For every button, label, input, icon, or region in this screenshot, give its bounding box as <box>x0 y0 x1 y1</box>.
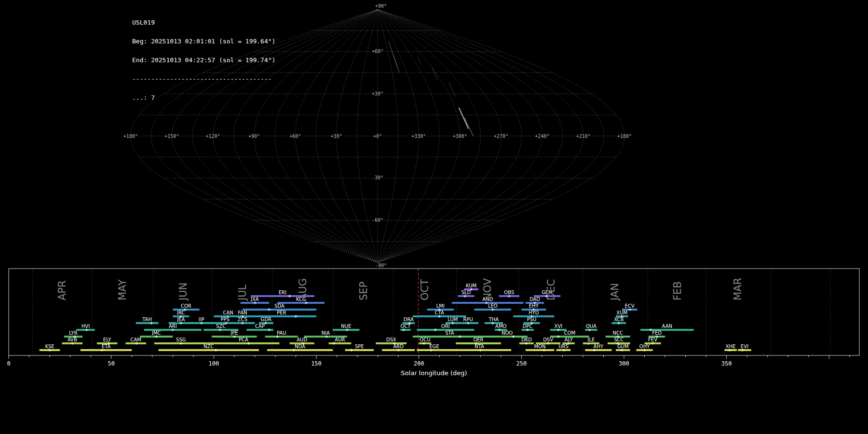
peak-marker-per <box>294 315 297 318</box>
shower-bar-per <box>246 315 316 317</box>
shower-bar-spe <box>345 349 374 351</box>
shower-bar-noo <box>487 336 528 338</box>
x-tick-label: 100 <box>208 360 219 367</box>
shower-label-spe: SPE <box>355 344 364 349</box>
shower-bars: KSEETANZCNDASPEARDEGENTAMONURSAHYGUMOHYX… <box>40 283 751 352</box>
shower-label-ncc: NCC <box>613 330 623 336</box>
shower-label-dad: DAD <box>529 297 540 302</box>
lon-label: +180° <box>617 134 632 139</box>
shower-label-ori: ORI <box>441 324 450 329</box>
shower-label-scc: SCC <box>614 337 624 342</box>
shower-label-obs: OBS <box>504 290 514 295</box>
peak-marker-com <box>557 335 560 338</box>
lon-label: +60° <box>289 134 301 139</box>
shower-label-dsx: DSX <box>386 337 396 342</box>
shower-label-ocu: OCU <box>420 337 430 342</box>
shower-bar-pau <box>265 336 298 338</box>
shower-label-xum: XUM <box>616 310 627 315</box>
shower-label-leo: LEO <box>488 303 498 309</box>
shower-label-kse: KSE <box>45 344 54 349</box>
shower-bar-ahy <box>585 349 611 351</box>
shower-bar-nzc <box>158 349 258 351</box>
meteor-trail <box>418 57 421 65</box>
shower-label-eri: ERI <box>279 290 286 295</box>
shower-label-kum: KUM <box>466 283 476 288</box>
shower-label-oer: OER <box>473 337 483 342</box>
shower-label-cap: CAP <box>255 324 265 329</box>
x-tick-label: 300 <box>619 360 629 367</box>
shower-bar-ori <box>417 329 474 331</box>
shower-bar-mon <box>526 349 555 351</box>
lat-label: -60° <box>372 217 383 223</box>
shower-label-dkd: DKD <box>521 337 532 342</box>
shower-label-can: CAN <box>223 310 233 315</box>
shower-label-ahy: AHY <box>594 344 604 349</box>
month-label-mar: MAR <box>732 278 744 300</box>
month-label-jul: JUL <box>237 284 248 301</box>
shower-label-sld: SLD <box>461 290 471 295</box>
shower-bar-dsx <box>376 342 407 344</box>
shower-label-szc: SZC <box>216 324 226 329</box>
shower-label-hvi: HVI <box>81 324 90 329</box>
x-tick-label: 250 <box>516 360 527 367</box>
lon-label: +270° <box>494 134 508 139</box>
month-label-feb: FEB <box>672 281 683 300</box>
shower-label-com: COM <box>564 330 575 336</box>
shower-label-iip: IIP <box>199 317 204 322</box>
shower-label-nia: NIA <box>321 330 329 336</box>
meteor-trail <box>464 118 473 136</box>
shower-label-gdr: GDR <box>261 317 271 322</box>
peak-marker-cap <box>268 328 271 331</box>
meteor-trail <box>393 54 397 67</box>
shower-label-qua: QUA <box>586 324 597 329</box>
shower-label-evi: EVI <box>741 344 748 349</box>
south-pole-label: -90° <box>375 263 387 268</box>
lat-label: +60° <box>372 49 383 54</box>
shower-label-rpu: RPU <box>463 317 473 322</box>
shower-label-sda: SDA <box>274 303 285 309</box>
lon-label: +120° <box>206 134 220 139</box>
lon-label: +0° <box>373 134 382 139</box>
shower-label-cam: CAM <box>130 337 141 342</box>
shower-label-urs: URS <box>558 344 569 349</box>
shower-label-dra: DRA <box>404 317 414 322</box>
shower-bar-evi <box>738 349 751 351</box>
shower-label-pca: PCA <box>239 337 248 342</box>
shower-label-ohy: OHY <box>639 344 650 349</box>
shower-label-and: AND <box>482 297 493 302</box>
shower-bar-jle <box>583 342 599 344</box>
shower-label-jmc: JMC <box>151 330 161 336</box>
shower-label-aan: AAN <box>662 324 672 329</box>
shower-label-lyr: LYR <box>69 330 77 336</box>
meteor-radiant-and-timeline-plot: +180°+150°+120°+90°+60°+30°+0°+330°+300°… <box>0 0 868 434</box>
shower-bar-lyr <box>64 336 82 338</box>
shower-label-dsv: DSV <box>543 337 553 342</box>
peak-marker-sta <box>459 335 461 338</box>
shower-label-jxa: JXA <box>250 297 259 302</box>
x-tick-label: 150 <box>311 360 322 367</box>
meridian-line <box>337 10 378 263</box>
month-label-apr: APR <box>56 280 68 300</box>
shower-label-dpc: DPC <box>523 324 533 329</box>
shower-label-xvi: XVI <box>555 324 563 329</box>
shower-bar-kcg <box>277 302 325 304</box>
peak-marker-nzc <box>215 349 217 352</box>
shower-bar-aur <box>329 342 352 344</box>
shower-label-lum: LUM <box>448 317 458 322</box>
meteor-trail <box>459 108 468 128</box>
shower-label-eta: ETA <box>102 344 111 349</box>
shower-label-sta: STA <box>445 330 454 336</box>
shower-bar-ege <box>417 349 451 351</box>
shower-label-fan: FAN <box>238 310 247 315</box>
shower-label-gem: GEM <box>542 290 553 295</box>
lon-label: +240° <box>535 134 549 139</box>
timeline-axes: APRMAYJUNJULAUGSEPOCTNOVDECJANFEBMAR0501… <box>7 269 859 377</box>
shower-label-aur: AUR <box>335 337 345 342</box>
x-tick-label: 200 <box>414 360 424 367</box>
lon-label: +300° <box>453 134 467 139</box>
observation-header: USL019 Beg: 20251013 02:01:01 (sol = 199… <box>132 7 275 107</box>
shower-bar-qua <box>585 329 597 331</box>
shower-label-ecv: ECV <box>625 303 635 309</box>
shower-label-jpe: JPE <box>230 330 238 336</box>
shower-label-mon: MON <box>534 344 546 349</box>
